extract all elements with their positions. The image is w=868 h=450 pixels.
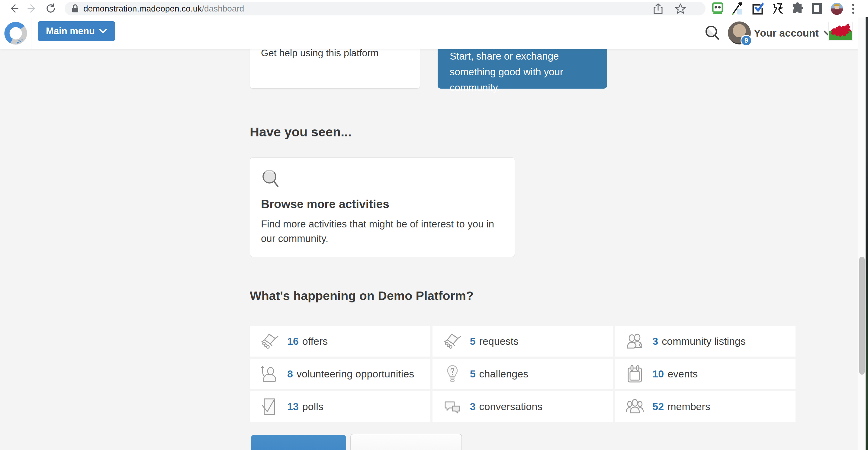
stat-count: 10 bbox=[652, 368, 664, 380]
people-pair-icon bbox=[625, 332, 645, 351]
magnifier-icon bbox=[260, 168, 282, 190]
stat-count: 52 bbox=[652, 401, 664, 413]
stat-polls[interactable]: 13 polls bbox=[250, 391, 430, 422]
cta-card-text: Start, share or exchange something good … bbox=[450, 48, 595, 95]
extensions-puzzle-icon[interactable] bbox=[791, 2, 803, 15]
stat-label: volunteering opportunities bbox=[297, 368, 414, 380]
browser-profile-avatar[interactable] bbox=[831, 2, 843, 15]
handshake-icon bbox=[443, 332, 462, 351]
browse-all-activities-button[interactable]: Browse all activities bbox=[350, 434, 462, 450]
stat-count: 13 bbox=[287, 401, 299, 413]
main-menu-button[interactable]: Main menu bbox=[38, 21, 115, 41]
lightbulb-question-icon bbox=[443, 364, 462, 384]
your-account-menu[interactable]: Your account bbox=[754, 17, 832, 49]
whats-happening-heading: What's happening on Demo Platform? bbox=[250, 289, 473, 303]
speech-bubbles-icon bbox=[443, 397, 462, 416]
bookmark-star-icon[interactable] bbox=[675, 3, 686, 15]
search-icon bbox=[704, 24, 721, 42]
share-icon[interactable] bbox=[653, 3, 663, 15]
stat-events[interactable]: 10 events bbox=[615, 359, 796, 389]
desktop-edge-strip bbox=[866, 17, 868, 450]
browse-card-description: Find more activities that might be of in… bbox=[261, 217, 505, 246]
welsh-flag-icon[interactable] bbox=[828, 22, 853, 40]
stat-count: 5 bbox=[470, 335, 476, 347]
stat-count: 3 bbox=[652, 335, 658, 347]
browse-card-title: Browse more activities bbox=[261, 197, 389, 211]
poll-check-icon bbox=[260, 397, 279, 416]
address-bar[interactable]: demonstration.madeopen.co.uk/dashboard bbox=[65, 2, 706, 16]
stat-members[interactable]: 52 members bbox=[615, 391, 796, 422]
stat-count: 5 bbox=[470, 368, 476, 380]
stat-offers[interactable]: 16 offers bbox=[250, 326, 430, 357]
back-icon[interactable] bbox=[8, 2, 20, 15]
stat-label: events bbox=[668, 368, 698, 380]
people-group-icon bbox=[625, 397, 645, 416]
stat-label: offers bbox=[302, 335, 328, 347]
stat-label: polls bbox=[302, 401, 323, 413]
browse-more-activities-card[interactable]: Browse more activities Find more activit… bbox=[250, 157, 515, 257]
search-button[interactable] bbox=[704, 24, 722, 42]
add-new-activity-button[interactable]: Add new activity bbox=[251, 435, 346, 450]
stats-grid: 16 offers 5 requests 3 community listing… bbox=[250, 326, 796, 422]
scrollbar-track[interactable] bbox=[858, 17, 866, 450]
eyedropper-extension-icon[interactable] bbox=[732, 2, 744, 15]
main-menu-label: Main menu bbox=[46, 26, 95, 36]
browser-menu-icon[interactable] bbox=[851, 3, 855, 15]
checkbox-extension-icon[interactable] bbox=[751, 2, 764, 15]
site-header: Main menu 9 Your account bbox=[0, 17, 868, 49]
notification-count: 9 bbox=[744, 36, 748, 45]
calendar-icon bbox=[625, 364, 645, 384]
site-logo[interactable] bbox=[0, 17, 31, 49]
reload-icon[interactable] bbox=[45, 2, 57, 15]
raised-hand-icon bbox=[260, 364, 279, 384]
stat-challenges[interactable]: 5 challenges bbox=[433, 359, 613, 389]
stat-community-listings[interactable]: 3 community listings bbox=[615, 326, 796, 357]
browser-chrome: demonstration.madeopen.co.uk/dashboard bbox=[0, 0, 868, 17]
stat-label: members bbox=[668, 401, 710, 413]
handshake-icon bbox=[260, 332, 279, 351]
stat-count: 3 bbox=[470, 401, 476, 413]
stat-requests[interactable]: 5 requests bbox=[433, 326, 613, 357]
sidebar-extension-icon[interactable] bbox=[811, 2, 823, 15]
notification-badge[interactable]: 9 bbox=[741, 35, 752, 46]
help-card-text: Get help using this platform bbox=[261, 48, 379, 59]
your-account-label: Your account bbox=[754, 27, 819, 39]
stat-label: conversations bbox=[479, 401, 543, 413]
roboform-extension-icon[interactable] bbox=[712, 2, 724, 15]
have-you-seen-heading: Have you seen... bbox=[250, 124, 351, 139]
stat-label: challenges bbox=[479, 368, 529, 380]
stat-label: requests bbox=[479, 335, 519, 347]
chevron-down-icon bbox=[99, 29, 107, 34]
stat-count: 16 bbox=[287, 335, 299, 347]
forward-icon[interactable] bbox=[26, 2, 38, 15]
stat-volunteering[interactable]: 8 volunteering opportunities bbox=[250, 359, 430, 389]
stat-label: community listings bbox=[662, 335, 746, 347]
extension-toolbar bbox=[712, 2, 855, 15]
calligraphy-extension-icon[interactable] bbox=[771, 2, 783, 15]
scrollbar-thumb[interactable] bbox=[859, 257, 865, 375]
stat-count: 8 bbox=[287, 368, 293, 380]
stat-conversations[interactable]: 3 conversations bbox=[433, 391, 613, 422]
url-text: demonstration.madeopen.co.uk/dashboard bbox=[83, 4, 244, 13]
lock-icon bbox=[71, 4, 79, 13]
